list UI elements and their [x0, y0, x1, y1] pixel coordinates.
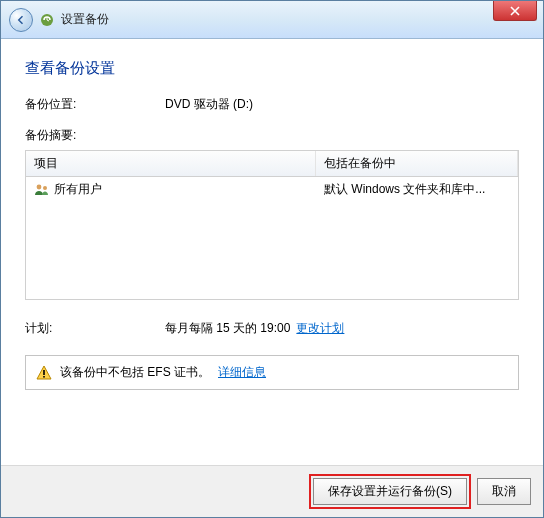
svg-point-2: [43, 186, 47, 190]
cell-item: 所有用户: [26, 177, 316, 202]
table-body: 所有用户 默认 Windows 文件夹和库中...: [26, 177, 518, 299]
warning-text: 该备份中不包括 EFS 证书。: [60, 364, 210, 381]
warning-icon: [36, 365, 52, 381]
content-area: 查看备份设置 备份位置: DVD 驱动器 (D:) 备份摘要: 项目 包括在备份…: [1, 39, 543, 465]
title-bar: 设置备份: [1, 1, 543, 39]
save-run-backup-button[interactable]: 保存设置并运行备份(S): [313, 478, 467, 505]
summary-table: 项目 包括在备份中 所有用户 默认 Windows 文件夹和库中...: [25, 150, 519, 300]
svg-point-1: [37, 184, 42, 189]
schedule-value: 每月每隔 15 天的 19:00: [165, 320, 290, 337]
page-heading: 查看备份设置: [25, 59, 519, 78]
svg-rect-4: [43, 376, 45, 378]
summary-label: 备份摘要:: [25, 127, 165, 144]
svg-rect-3: [43, 370, 45, 375]
back-arrow-icon: [15, 14, 27, 26]
location-label: 备份位置:: [25, 96, 165, 113]
back-button[interactable]: [9, 8, 33, 32]
warning-box: 该备份中不包括 EFS 证书。 详细信息: [25, 355, 519, 390]
summary-label-row: 备份摘要:: [25, 127, 519, 144]
window-controls: [493, 1, 537, 21]
table-row[interactable]: 所有用户 默认 Windows 文件夹和库中...: [26, 177, 518, 202]
backup-location-row: 备份位置: DVD 驱动器 (D:): [25, 96, 519, 113]
cancel-button[interactable]: 取消: [477, 478, 531, 505]
change-schedule-link[interactable]: 更改计划: [296, 320, 344, 337]
cell-included: 默认 Windows 文件夹和库中...: [316, 177, 518, 202]
table-header: 项目 包括在备份中: [26, 151, 518, 177]
backup-settings-window: 设置备份 查看备份设置 备份位置: DVD 驱动器 (D:) 备份摘要: 项目 …: [0, 0, 544, 518]
location-value: DVD 驱动器 (D:): [165, 96, 253, 113]
column-item[interactable]: 项目: [26, 151, 316, 176]
schedule-row: 计划: 每月每隔 15 天的 19:00 更改计划: [25, 320, 519, 337]
close-icon: [510, 6, 520, 16]
column-included[interactable]: 包括在备份中: [316, 151, 518, 176]
footer: 保存设置并运行备份(S) 取消: [1, 465, 543, 517]
warning-detail-link[interactable]: 详细信息: [218, 364, 266, 381]
backup-app-icon: [39, 12, 55, 28]
window-title: 设置备份: [61, 11, 109, 28]
row-name: 所有用户: [54, 181, 102, 198]
schedule-label: 计划:: [25, 320, 165, 337]
row-included: 默认 Windows 文件夹和库中...: [324, 181, 485, 198]
users-icon: [34, 182, 50, 198]
close-button[interactable]: [493, 1, 537, 21]
